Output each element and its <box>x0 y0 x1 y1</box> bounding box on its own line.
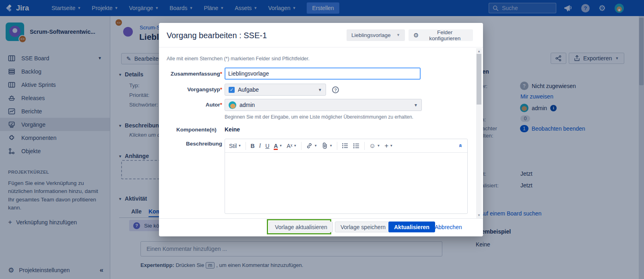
update-template-button[interactable]: Vorlage aktualisieren <box>269 222 333 232</box>
editor-toolbar: Stil▼ B I U A▼ Aˣ▼ ▼ ▼ <box>225 139 467 153</box>
reporter-label: Autor* <box>166 102 222 108</box>
underline-icon[interactable]: U <box>265 143 269 149</box>
collapse-toolbar-icon[interactable]: « <box>457 144 464 147</box>
edit-issue-dialog: Vorgang bearbeiten : SSE-1 Lieblingsvorl… <box>159 23 483 236</box>
jira-app-window: Jira Startseite▼ Projekte▼ Vorgänge▼ Boa… <box>0 0 644 279</box>
chevron-down-icon: ▼ <box>390 144 393 148</box>
more-formatting-dropdown[interactable]: Aˣ▼ <box>287 143 297 149</box>
link-dropdown[interactable]: ▼ <box>306 142 317 149</box>
text-color-icon: A <box>274 143 278 149</box>
components-label: Komponente(n) <box>176 127 217 133</box>
paperclip-icon <box>322 142 328 149</box>
issue-type-label: Vorgangstyp* <box>166 86 222 92</box>
attach-dropdown[interactable]: ▼ <box>322 142 332 149</box>
gear-icon: ⚙ <box>413 32 419 39</box>
summary-label: Zusammenfassung* <box>166 71 222 77</box>
description-editor[interactable]: Stil▼ B I U A▼ Aˣ▼ ▼ ▼ <box>225 139 468 214</box>
reporter-hint: Beginnen Sie mit der Eingabe, um eine Li… <box>225 114 413 120</box>
dialog-title: Vorgang bearbeiten : SSE-1 <box>167 31 267 40</box>
configure-fields-button[interactable]: ⚙ Felder konfigurieren <box>409 29 473 41</box>
chevron-down-icon: ▼ <box>293 144 297 148</box>
chevron-down-icon: ▼ <box>318 88 322 92</box>
reporter-avatar <box>229 101 236 109</box>
emoji-icon: ☺ <box>369 142 376 150</box>
task-type-icon: ✓ <box>229 87 235 93</box>
footer-divider <box>159 218 483 219</box>
summary-input[interactable] <box>225 68 421 80</box>
dialog-scrollbar[interactable]: ▲ ▼ <box>476 48 482 218</box>
chevron-down-icon: ▼ <box>329 144 332 148</box>
chevron-down-icon: ▼ <box>414 103 418 107</box>
issue-type-select[interactable]: ✓ Aufgabe ▼ <box>225 84 326 96</box>
insert-more-dropdown[interactable]: +▼ <box>384 142 393 150</box>
description-label: Beschreibung <box>166 141 222 147</box>
chevron-down-icon: ▼ <box>238 144 241 148</box>
bold-icon[interactable]: B <box>250 143 254 149</box>
header-divider <box>159 47 483 47</box>
favorite-template-dropdown[interactable]: Lieblingsvorlage ▼ <box>347 29 405 41</box>
plus-icon: + <box>384 142 388 150</box>
update-button[interactable]: Aktualisieren <box>388 222 435 232</box>
style-dropdown[interactable]: Stil▼ <box>229 143 241 149</box>
save-template-button[interactable]: Vorlage speichern <box>335 222 391 232</box>
scroll-up-arrow-icon[interactable]: ▲ <box>476 49 482 53</box>
italic-icon[interactable]: I <box>259 143 261 149</box>
issue-type-help-icon[interactable]: ? <box>332 86 339 93</box>
chevron-down-icon: ▼ <box>396 33 400 37</box>
link-icon <box>306 142 313 149</box>
cancel-link[interactable]: Abbrechen <box>435 224 462 230</box>
scroll-down-arrow-icon[interactable]: ▼ <box>476 213 482 217</box>
text-color-dropdown[interactable]: A▼ <box>274 143 282 149</box>
bullet-list-icon[interactable] <box>342 143 349 149</box>
reporter-select[interactable]: admin ▼ <box>225 99 422 111</box>
numbered-list-icon[interactable] <box>353 143 360 149</box>
required-fields-note: Alle mit einem Sternchen (*) markierten … <box>167 56 310 62</box>
description-textarea[interactable] <box>225 153 467 214</box>
chevron-down-icon: ▼ <box>314 144 317 148</box>
chevron-down-icon: ▼ <box>279 144 282 148</box>
more-formatting-icon: Aˣ <box>287 143 292 149</box>
components-value: Keine <box>225 126 240 133</box>
chevron-down-icon: ▼ <box>377 144 380 148</box>
dialog-scrollbar-thumb[interactable] <box>477 54 481 105</box>
emoji-dropdown[interactable]: ☺▼ <box>369 142 380 150</box>
